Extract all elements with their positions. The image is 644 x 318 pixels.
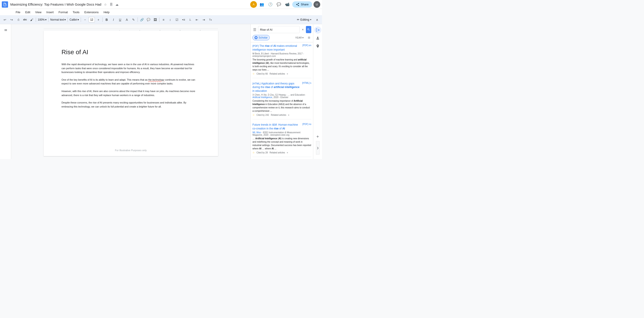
result-title-2[interactable]: [HTML] Application and theory gaps durin… xyxy=(252,82,301,93)
undo-button[interactable]: ↩ xyxy=(2,17,8,23)
scholar-menu-icon[interactable]: ☰ xyxy=(252,27,257,33)
outline-button[interactable] xyxy=(2,27,10,35)
related-1[interactable]: Related articles xyxy=(270,73,285,75)
year-filter[interactable]: YEAR ▾ xyxy=(294,36,305,40)
add-addon-button[interactable]: + xyxy=(314,133,321,140)
cited-by-1[interactable]: Cited by 66 xyxy=(256,73,268,75)
scholar-tab[interactable]: Scholar xyxy=(252,35,270,40)
menu-help[interactable]: Help xyxy=(101,10,112,15)
clear-formatting-button[interactable]: Tx xyxy=(207,17,214,23)
paragraph-3[interactable]: However, with this rise of AI, there are… xyxy=(62,89,196,97)
indent-more-button[interactable]: ⇥ xyxy=(200,17,207,23)
result-snippet-1: The booming growth of machine learning a… xyxy=(252,58,311,71)
user-avatar-main[interactable]: U xyxy=(314,1,320,8)
document-area[interactable]: | 1 2 3 4 Rise of AI With the rapid deve… xyxy=(11,24,250,159)
document-page[interactable]: Rise of AI With the rapid development of… xyxy=(44,31,218,156)
share-button[interactable]: ⋯ Share xyxy=(292,1,312,8)
result-actions-2: ☆ Cited by 242 Related articles » xyxy=(252,113,311,116)
result-tag2-3: [PDF] no xyxy=(302,123,311,125)
align-button[interactable]: ≡ xyxy=(160,17,166,23)
scholar-results[interactable]: [PDF] The rise of AI makes emotional int… xyxy=(251,42,313,159)
result-authors-3: WL Woo - IEEE Instrumentation & Measurem… xyxy=(252,131,311,136)
font-size-increase[interactable]: + xyxy=(95,17,102,23)
filter-icon[interactable]: ⊟ xyxy=(307,35,311,40)
result-header-row-2: [HTML] Application and theory gaps durin… xyxy=(252,82,311,94)
scholar-search-button[interactable] xyxy=(306,26,311,33)
menu-format[interactable]: Format xyxy=(56,10,70,15)
redo-button[interactable]: ↪ xyxy=(8,17,15,23)
save-to-drive-button[interactable]: 🗄 xyxy=(109,2,113,7)
document-title[interactable]: Rise of AI xyxy=(62,49,196,56)
paragraph-4[interactable]: Despite these concerns, the rise of AI p… xyxy=(62,101,196,109)
star-icon-3[interactable]: ☆ xyxy=(252,151,255,154)
more-2[interactable]: » xyxy=(288,114,289,116)
zoom-select[interactable]: 100% ▾ xyxy=(37,17,48,23)
editing-mode-label: Editing xyxy=(300,18,309,21)
more-3[interactable]: » xyxy=(287,151,288,154)
font-size-input[interactable] xyxy=(88,17,95,22)
comment-icon[interactable]: 💬 xyxy=(275,1,282,8)
app-icon[interactable] xyxy=(2,1,8,8)
font-size-decrease[interactable]: − xyxy=(82,17,88,23)
paragraph-1[interactable]: With the rapid development of technology… xyxy=(62,63,196,74)
result-title-3[interactable]: Future trends in I&M: Human-machine co-c… xyxy=(252,123,302,130)
indent-less-button[interactable]: ⇤ xyxy=(194,17,200,23)
paintformat-button[interactable]: 🖌 xyxy=(28,17,35,23)
cited-by-2[interactable]: Cited by 242 xyxy=(256,114,269,116)
font-select[interactable]: Calibri ▾ xyxy=(69,17,80,23)
people-icon[interactable]: 👥 xyxy=(258,1,266,8)
insert-image-button[interactable]: 🖼 xyxy=(152,17,158,23)
bold-button[interactable]: B xyxy=(104,17,110,23)
cited-by-3[interactable]: Cited by 28 xyxy=(256,151,268,154)
highlight-button[interactable]: ✎ xyxy=(130,17,137,23)
checklist-button[interactable]: ☑ xyxy=(174,17,180,23)
text-style-select[interactable]: Normal text ▾ xyxy=(50,17,67,23)
cloud-save-button[interactable]: ☁ xyxy=(115,2,119,7)
scholar-search-input[interactable] xyxy=(258,26,300,33)
star-icon-2[interactable]: ☆ xyxy=(252,113,255,116)
menu-extensions[interactable]: Extensions xyxy=(82,10,101,15)
menu-view[interactable]: View xyxy=(33,10,44,15)
underlined-text: the technology xyxy=(148,78,164,81)
document-body[interactable]: With the rapid development of technology… xyxy=(62,63,196,109)
italic-button[interactable]: I xyxy=(110,17,116,23)
maps-button[interactable] xyxy=(314,43,321,50)
scholar-search-close[interactable]: × xyxy=(300,27,305,33)
text-color-button[interactable]: A xyxy=(124,17,130,23)
numbered-list-button[interactable]: 1. xyxy=(187,17,194,23)
scholar-tabs: Scholar YEAR ▾ ⊟ xyxy=(252,35,311,40)
scholar-panel: ☰ × Scholar YEAR ▾ ⊟ xyxy=(250,24,313,159)
collapse-toolbar-button[interactable]: ∧ xyxy=(314,17,320,23)
meet-icon[interactable]: 📹 xyxy=(284,1,291,8)
result-snippet-2: Considering the increasing importance of… xyxy=(252,99,311,113)
related-2[interactable]: Related articles xyxy=(271,114,286,116)
scholar-header: ☰ × Scholar YEAR ▾ ⊟ xyxy=(251,24,313,42)
spellcheck-button[interactable]: abc xyxy=(22,17,28,23)
result-title-1[interactable]: [PDF] The rise of AI makes emotional int… xyxy=(252,44,302,52)
divider-6 xyxy=(138,18,138,22)
paragraph-2[interactable]: One of the key benefits of AI is its abi… xyxy=(62,78,196,86)
user-avatar-search[interactable]: A xyxy=(250,1,257,8)
history-icon[interactable]: 🕐 xyxy=(267,1,274,8)
divider-3 xyxy=(68,18,68,22)
editing-mode-badge[interactable]: ✏ Editing ▾ xyxy=(295,17,314,22)
bullet-list-button[interactable]: •≡ xyxy=(180,17,187,23)
related-3[interactable]: Related articles xyxy=(270,151,285,154)
link-button[interactable]: 🔗 xyxy=(139,17,145,23)
more-1[interactable]: » xyxy=(287,73,288,75)
underline-button[interactable]: U xyxy=(117,17,123,23)
collapse-panel-button[interactable]: ❯ xyxy=(316,141,320,154)
menu-edit[interactable]: Edit xyxy=(23,10,32,15)
insert-comment-button[interactable]: 💬 xyxy=(145,17,152,23)
star-button[interactable]: ☆ xyxy=(103,2,108,7)
linespacing-button[interactable]: ↕ xyxy=(167,17,173,23)
menu-tools[interactable]: Tools xyxy=(70,10,82,15)
menu-file[interactable]: File xyxy=(14,10,22,15)
research-sidebar-button[interactable] xyxy=(314,27,321,34)
result-item-2: [HTML] Application and theory gaps durin… xyxy=(252,82,311,119)
star-icon-1[interactable]: ☆ xyxy=(252,72,255,75)
result-actions-1: ☆ Cited by 66 Related articles » xyxy=(252,72,311,75)
tasks-button[interactable] xyxy=(314,35,321,42)
menu-insert[interactable]: Insert xyxy=(44,10,56,15)
print-button[interactable]: ⎙ xyxy=(15,17,22,23)
